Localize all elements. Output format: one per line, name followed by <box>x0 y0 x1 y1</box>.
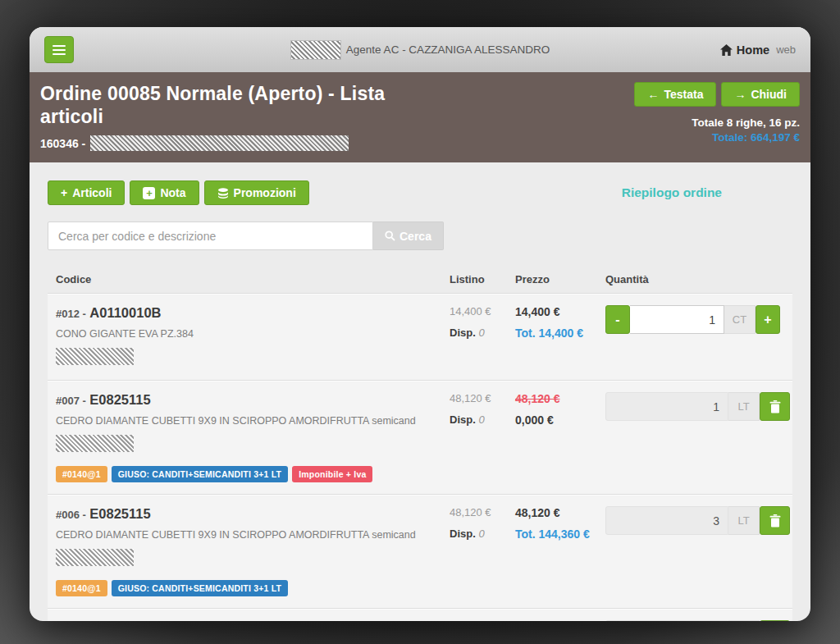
table-row: #007 - E0825115 CEDRO DIAMANTE CUBETTI 9… <box>48 381 792 495</box>
promo-badge: Imponibile + Iva <box>292 466 372 482</box>
row-article-code: E0825115 <box>89 392 150 407</box>
agent-info: Agente AC - CAZZANIGA ALESSANDRO <box>290 40 550 60</box>
trash-icon <box>769 400 781 413</box>
qty-decrement-button[interactable]: - <box>605 305 630 334</box>
row-description: CEDRO DIAMANTE CUBETTI 9X9 IN SCIROPPO A… <box>56 529 441 541</box>
col-listino: Listino <box>441 273 507 285</box>
home-link[interactable]: Home <box>720 43 769 57</box>
tags-icon <box>217 188 229 199</box>
delete-row-button[interactable] <box>760 392 790 421</box>
disp-label: Disp. <box>450 528 476 540</box>
row-article-code: E0820005A <box>89 620 161 621</box>
delete-row-button[interactable] <box>760 620 790 621</box>
listino-value: 135,320 € <box>450 620 507 621</box>
promozioni-button[interactable]: Promozioni <box>204 180 309 205</box>
total-rows-label: Totale 8 righe, 16 pz. <box>634 116 800 129</box>
redacted-agent-code <box>290 40 341 60</box>
web-label: web <box>776 43 796 56</box>
arrow-right-icon: → <box>734 88 746 101</box>
listino-value: 48,120 € <box>450 506 507 518</box>
promo-badge: #0140@1 <box>56 580 107 596</box>
promo-badge: GIUSO: CANDITI+SEMICANDITI 3+1 LT <box>112 466 289 482</box>
topbar: Agente AC - CAZZANIGA ALESSANDRO Home we… <box>30 27 810 72</box>
app-window: Agente AC - CAZZANIGA ALESSANDRO Home we… <box>30 27 810 621</box>
row-article-code: A0110010B <box>89 305 161 320</box>
table-row: #005 - E0820005A 135,320 € 135,320 € LT <box>48 609 792 621</box>
quantity-control: LT <box>605 392 792 421</box>
row-line-number: #006 - <box>56 509 86 521</box>
delete-row-button[interactable] <box>760 506 790 535</box>
row-description: CONO GIGANTE EVA PZ.384 <box>56 328 441 340</box>
redacted-row-info <box>56 348 134 365</box>
listino-value: 48,120 € <box>450 392 507 404</box>
search-input[interactable] <box>48 222 373 250</box>
agent-label: Agente AC - CAZZANIGA ALESSANDRO <box>346 43 550 56</box>
quantity-input[interactable] <box>605 620 728 621</box>
promo-badge: GIUSO: CANDITI+SEMICANDITI 3+1 LT <box>112 580 289 596</box>
prezzo-value: 14,400 € <box>515 305 605 318</box>
listino-value: 14,400 € <box>450 305 507 317</box>
unit-label: LT <box>728 620 760 621</box>
table-row: #006 - E0825115 CEDRO DIAMANTE CUBETTI 9… <box>48 495 792 609</box>
row-article-code: E0825115 <box>89 506 150 521</box>
page-title: Ordine 00085 Normale (Aperto) - Lista ar… <box>40 82 426 128</box>
qty-increment-button[interactable]: + <box>756 305 780 334</box>
row-total: Tot. 144,360 € <box>515 528 605 541</box>
menu-button[interactable] <box>44 36 74 63</box>
articles-table: Codice Listino Prezzo Quantità #012 - A0… <box>48 268 792 621</box>
disp-value: 0 <box>478 413 484 426</box>
redacted-row-info <box>56 435 134 452</box>
row-total: 0,000 € <box>515 413 605 427</box>
unit-label: CT <box>724 305 756 334</box>
arrow-left-icon: ← <box>647 88 659 101</box>
nota-button[interactable]: + Nota <box>130 180 199 205</box>
disp-value: 0 <box>478 327 484 339</box>
row-line-number: #007 - <box>56 395 86 407</box>
prezzo-value: 48,120 € <box>515 392 605 405</box>
prezzo-value: 48,120 € <box>515 506 605 519</box>
trash-icon <box>769 514 781 528</box>
row-line-number: #012 - <box>56 308 86 320</box>
quantity-stepper: - CT + <box>605 305 792 334</box>
testata-button[interactable]: ← Testata <box>634 82 716 107</box>
redacted-row-info <box>56 549 134 566</box>
disp-label: Disp. <box>450 327 476 339</box>
promo-badge: #0140@1 <box>56 466 107 482</box>
row-description: CEDRO DIAMANTE CUBETTI 9X9 IN SCIROPPO A… <box>56 415 441 427</box>
total-amount-label: Totale: 664,197 € <box>634 131 800 144</box>
unit-label: LT <box>728 506 760 535</box>
search-row: Cerca <box>48 222 792 250</box>
col-prezzo: Prezzo <box>507 273 605 285</box>
quantity-input[interactable] <box>630 305 724 334</box>
unit-label: LT <box>728 392 760 421</box>
quantity-input[interactable] <box>605 506 728 535</box>
col-codice: Codice <box>48 273 441 285</box>
plus-square-icon: + <box>143 187 155 199</box>
table-header: Codice Listino Prezzo Quantità <box>48 268 792 294</box>
order-number: 160346 - <box>40 137 85 150</box>
home-icon <box>720 44 733 56</box>
prezzo-value: 135,320 € <box>515 620 605 621</box>
col-quantita: Quantità <box>605 273 792 285</box>
quantity-input[interactable] <box>605 392 728 421</box>
row-total: Tot. 14,400 € <box>515 327 605 340</box>
page-header: Ordine 00085 Normale (Aperto) - Lista ar… <box>30 72 810 162</box>
hamburger-icon <box>52 45 66 47</box>
table-row: #012 - A0110010B CONO GIGANTE EVA PZ.384… <box>48 294 792 381</box>
home-label: Home <box>737 43 769 57</box>
disp-value: 0 <box>478 528 484 540</box>
search-button[interactable]: Cerca <box>373 222 444 250</box>
articoli-button[interactable]: + Articoli <box>48 180 125 205</box>
plus-icon: + <box>61 186 67 199</box>
quantity-control: LT <box>605 620 792 621</box>
redacted-customer-name <box>90 135 349 151</box>
quantity-control: LT <box>605 506 792 535</box>
chiudi-button[interactable]: → Chiudi <box>721 82 800 107</box>
disp-label: Disp. <box>450 413 476 426</box>
riepilogo-ordine-link[interactable]: Riepilogo ordine <box>622 185 722 200</box>
actions-row: + Articoli + Nota Promozioni Riepilogo o… <box>48 180 792 205</box>
search-icon <box>385 231 395 241</box>
